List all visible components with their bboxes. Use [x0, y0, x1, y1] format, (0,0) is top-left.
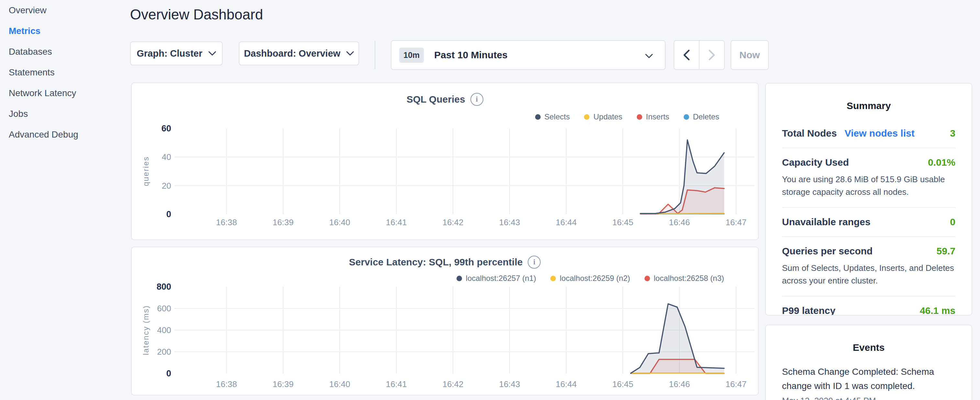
sidebar-item-statements[interactable]: Statements: [9, 62, 125, 83]
legend-item-n1[interactable]: localhost:26257 (n1): [457, 274, 536, 283]
chart-title: Service Latency: SQL, 99th percentile: [349, 257, 523, 268]
sidebar-item-jobs[interactable]: Jobs: [9, 104, 125, 124]
chart-legend: Selects Updates Inserts Deletes: [535, 112, 719, 121]
legend-label: Selects: [544, 112, 570, 121]
svg-text:16:45: 16:45: [612, 217, 633, 227]
svg-text:16:43: 16:43: [499, 217, 520, 227]
legend-item-n2[interactable]: localhost:26259 (n2): [550, 274, 630, 283]
summary-label: P99 latency: [782, 305, 835, 316]
time-window-prev-button[interactable]: [674, 41, 700, 69]
summary-row-queries-per-second: Queries per second 59.7 Sum of Selects, …: [782, 237, 955, 296]
svg-text:16:47: 16:47: [725, 217, 746, 227]
svg-text:16:39: 16:39: [272, 217, 293, 227]
summary-value: 59.7: [937, 245, 955, 257]
legend-label: localhost:26259 (n2): [560, 274, 630, 283]
summary-value: 46.1 ms: [920, 305, 955, 316]
chart-legend: localhost:26257 (n1) localhost:26259 (n2…: [457, 274, 724, 283]
svg-text:600: 600: [157, 304, 171, 313]
summary-value: 3: [950, 128, 955, 139]
svg-text:16:45: 16:45: [612, 379, 633, 389]
svg-text:16:47: 16:47: [725, 379, 746, 389]
dashboard-dropdown[interactable]: Dashboard: Overview: [239, 41, 359, 65]
info-icon[interactable]: i: [528, 256, 541, 269]
summary-label: Unavailable ranges: [782, 217, 870, 228]
summary-label: Capacity Used: [782, 157, 849, 168]
service-latency-chart-card: Service Latency: SQL, 99th percentile i …: [131, 247, 759, 395]
event-timestamp: May 13, 2020 at 4:45 PM: [766, 393, 972, 400]
svg-text:16:43: 16:43: [499, 379, 520, 389]
series-color-dot: [684, 114, 689, 120]
svg-text:40: 40: [162, 152, 171, 162]
chevron-right-icon: [708, 49, 715, 61]
chevron-down-icon: [346, 51, 354, 56]
series-color-dot: [457, 276, 462, 281]
chevron-left-icon: [683, 49, 690, 61]
series-color-dot: [550, 276, 556, 281]
events-title: Events: [766, 325, 972, 353]
graph-scope-dropdown-label: Graph: Cluster: [137, 48, 202, 59]
svg-text:16:40: 16:40: [329, 379, 350, 389]
sidebar-item-metrics[interactable]: Metrics: [9, 21, 125, 41]
time-window-next-button[interactable]: [700, 41, 724, 69]
summary-row-p99-latency: P99 latency 46.1 ms: [782, 296, 955, 316]
legend-item-deletes[interactable]: Deletes: [684, 112, 719, 121]
controls-divider: [375, 41, 375, 69]
sidebar-item-advanced-debug[interactable]: Advanced Debug: [9, 124, 125, 145]
svg-text:20: 20: [162, 181, 171, 191]
summary-description: Sum of Selects, Updates, Inserts, and De…: [782, 262, 955, 287]
service-latency-plot-area[interactable]: 16:3816:3916:4016:4116:4216:4316:4416:45…: [132, 247, 758, 395]
series-color-dot: [535, 114, 541, 120]
series-color-dot: [637, 114, 642, 120]
svg-text:16:39: 16:39: [272, 379, 293, 389]
series-color-dot: [584, 114, 590, 120]
summary-label: Total Nodes: [782, 128, 837, 139]
legend-label: Updates: [593, 112, 622, 121]
svg-text:0: 0: [166, 369, 171, 378]
svg-text:16:41: 16:41: [386, 379, 407, 389]
info-icon[interactable]: i: [471, 93, 484, 106]
summary-panel: Summary Total Nodes View nodes list 3 Ca…: [765, 83, 972, 316]
summary-value: 0.01%: [928, 157, 955, 168]
sql-queries-chart-card: SQL Queries i Selects Updates Inserts De…: [131, 83, 759, 240]
svg-text:16:41: 16:41: [386, 217, 407, 227]
sidebar-item-overview[interactable]: Overview: [9, 0, 125, 21]
legend-label: localhost:26258 (n3): [654, 274, 724, 283]
time-window-label: Past 10 Minutes: [434, 49, 508, 61]
summary-description: You are using 28.6 MiB of 515.9 GiB usab…: [782, 173, 955, 198]
graph-scope-dropdown[interactable]: Graph: Cluster: [130, 41, 223, 65]
now-button[interactable]: Now: [730, 40, 769, 70]
summary-value: 0: [950, 217, 955, 228]
legend-item-n3[interactable]: localhost:26258 (n3): [644, 274, 724, 283]
summary-row-unavailable-ranges: Unavailable ranges 0: [782, 208, 955, 237]
svg-text:16:38: 16:38: [216, 217, 237, 227]
time-window-selector[interactable]: 10m Past 10 Minutes: [391, 40, 665, 70]
svg-text:16:38: 16:38: [216, 379, 237, 389]
svg-text:400: 400: [157, 325, 171, 335]
sql-queries-plot-area[interactable]: 16:3816:3916:4016:4116:4216:4316:4416:45…: [132, 83, 758, 239]
legend-item-selects[interactable]: Selects: [535, 112, 570, 121]
dashboard-dropdown-label: Dashboard: Overview: [244, 48, 340, 59]
sidebar-item-network-latency[interactable]: Network Latency: [9, 83, 125, 104]
time-window-arrows: [674, 40, 725, 70]
event-list-item: Schema Change Completed: Schema change w…: [766, 353, 972, 400]
svg-text:16:44: 16:44: [555, 379, 576, 389]
svg-text:latency (ms): latency (ms): [142, 305, 150, 355]
events-panel: Events Schema Change Completed: Schema c…: [765, 325, 972, 400]
svg-text:16:42: 16:42: [442, 217, 463, 227]
svg-text:0: 0: [166, 209, 171, 219]
summary-row-capacity-used: Capacity Used 0.01% You are using 28.6 M…: [782, 148, 955, 208]
chevron-down-icon: [645, 53, 653, 59]
legend-item-inserts[interactable]: Inserts: [637, 112, 670, 121]
view-nodes-list-link[interactable]: View nodes list: [845, 128, 914, 139]
svg-text:200: 200: [157, 347, 171, 357]
svg-text:16:40: 16:40: [329, 217, 350, 227]
event-message: Schema Change Completed: Schema change w…: [766, 353, 972, 393]
summary-label: Queries per second: [782, 245, 873, 257]
svg-text:16:44: 16:44: [555, 217, 576, 227]
legend-label: localhost:26257 (n1): [466, 274, 536, 283]
sidebar-item-databases[interactable]: Databases: [9, 41, 125, 62]
legend-item-updates[interactable]: Updates: [584, 112, 622, 121]
summary-title: Summary: [766, 83, 972, 112]
svg-text:16:46: 16:46: [669, 217, 690, 227]
legend-label: Deletes: [693, 112, 719, 121]
